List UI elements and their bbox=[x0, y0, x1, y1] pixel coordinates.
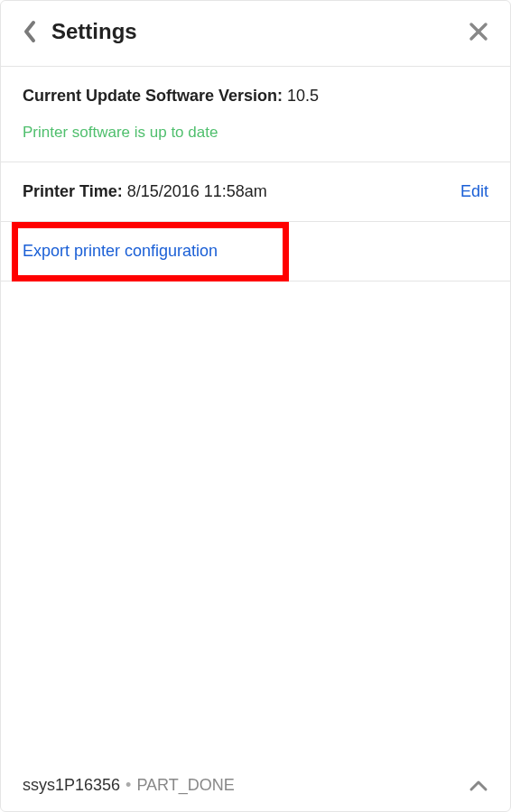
back-icon[interactable] bbox=[23, 20, 37, 43]
version-section: Current Update Software Version: 10.5 Pr… bbox=[1, 67, 510, 162]
time-label: Printer Time: bbox=[23, 182, 123, 200]
header-left: Settings bbox=[23, 19, 137, 44]
separator-dot: • bbox=[125, 776, 131, 795]
export-section: Export printer configuration bbox=[1, 222, 510, 281]
export-config-link[interactable]: Export printer configuration bbox=[23, 242, 218, 261]
version-label: Current Update Software Version: bbox=[23, 87, 283, 105]
update-status: Printer software is up to date bbox=[23, 124, 488, 142]
time-section: Printer Time: 8/15/2016 11:58am Edit bbox=[1, 162, 510, 222]
version-row: Current Update Software Version: 10.5 bbox=[23, 87, 488, 106]
device-status: PART_DONE bbox=[136, 776, 234, 795]
time-left: Printer Time: 8/15/2016 11:58am bbox=[23, 182, 267, 201]
time-value: 8/15/2016 11:58am bbox=[127, 182, 267, 200]
close-icon[interactable] bbox=[469, 22, 488, 42]
footer-left: ssys1P16356 • PART_DONE bbox=[23, 776, 235, 795]
chevron-up-icon[interactable] bbox=[469, 780, 488, 792]
version-value: 10.5 bbox=[287, 87, 319, 105]
page-title: Settings bbox=[51, 19, 137, 44]
device-id: ssys1P16356 bbox=[23, 776, 120, 795]
footer-bar: ssys1P16356 • PART_DONE bbox=[1, 760, 510, 811]
edit-time-link[interactable]: Edit bbox=[460, 182, 488, 201]
settings-header: Settings bbox=[1, 1, 510, 67]
